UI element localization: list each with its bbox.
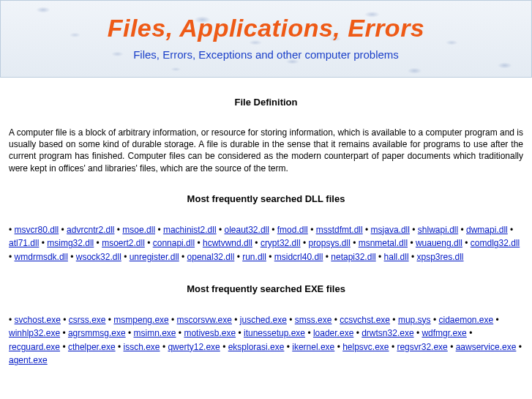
- site-header: Files, Applications, Errors Files, Error…: [0, 0, 532, 78]
- dll-file-link[interactable]: fmod.dll: [277, 225, 308, 235]
- separator: •: [195, 238, 203, 248]
- exe-file-link[interactable]: helpsvc.exe: [342, 342, 389, 352]
- exe-file-link[interactable]: eksplorasi.exe: [228, 342, 285, 352]
- separator: •: [353, 328, 361, 338]
- dll-file-link[interactable]: comdlg32.dll: [471, 238, 520, 248]
- exe-file-link[interactable]: loader.exe: [313, 328, 353, 338]
- separator: •: [114, 225, 122, 235]
- exe-file-link[interactable]: cidaemon.exe: [438, 315, 493, 325]
- exe-file-link[interactable]: recguard.exe: [9, 342, 60, 352]
- separator: •: [458, 225, 466, 235]
- dll-file-link[interactable]: advrcntr2.dll: [67, 225, 114, 235]
- dll-file-link[interactable]: msvcr80.dll: [15, 225, 59, 235]
- dll-file-link[interactable]: dwmapi.dll: [466, 225, 508, 235]
- separator: •: [126, 328, 134, 338]
- separator: •: [59, 225, 67, 235]
- dll-file-link[interactable]: connapi.dll: [153, 238, 195, 248]
- dll-file-link[interactable]: wmdrmsdk.dll: [15, 252, 68, 262]
- exe-file-link[interactable]: itunessetup.exe: [244, 328, 305, 338]
- dll-file-link[interactable]: msnmetal.dll: [359, 238, 408, 248]
- separator: •: [448, 342, 456, 352]
- exe-file-link[interactable]: agrsmmsg.exe: [68, 328, 126, 338]
- separator: •: [389, 342, 397, 352]
- separator: •: [363, 225, 371, 235]
- separator: •: [179, 252, 187, 262]
- exe-file-link[interactable]: issch.exe: [124, 342, 160, 352]
- exe-file-link[interactable]: aawservice.exe: [456, 342, 517, 352]
- exe-file-link[interactable]: motivesb.exe: [184, 328, 236, 338]
- exe-file-link[interactable]: cthelper.exe: [68, 342, 116, 352]
- exe-file-link[interactable]: msmpeng.exe: [113, 315, 168, 325]
- dll-file-link[interactable]: msidcrl40.dll: [274, 252, 323, 262]
- separator: •: [121, 252, 130, 262]
- separator: •: [252, 238, 261, 248]
- separator: •: [305, 328, 313, 338]
- separator: •: [431, 315, 439, 325]
- dll-file-link[interactable]: msjava.dll: [371, 225, 410, 235]
- dll-file-link[interactable]: wuaueng.dll: [416, 238, 462, 248]
- dll-file-link[interactable]: hall.dll: [384, 252, 409, 262]
- dll-file-link[interactable]: atl71.dll: [9, 238, 39, 248]
- separator: •: [217, 225, 225, 235]
- exe-file-link[interactable]: regsvr32.exe: [397, 342, 447, 352]
- separator: •: [116, 342, 124, 352]
- dll-file-link[interactable]: shlwapi.dll: [418, 225, 458, 235]
- dll-file-link[interactable]: hcwtvwnd.dll: [203, 238, 252, 248]
- exe-file-link[interactable]: csrss.exe: [69, 315, 106, 325]
- dll-file-link[interactable]: msimg32.dll: [47, 238, 94, 248]
- separator: •: [414, 328, 422, 338]
- separator: •: [508, 225, 514, 235]
- dll-file-link[interactable]: wsock32.dll: [76, 252, 121, 262]
- exe-file-link[interactable]: jusched.exe: [240, 315, 287, 325]
- separator: •: [234, 252, 242, 262]
- separator: •: [390, 315, 398, 325]
- exe-file-link[interactable]: mscorsvw.exe: [177, 315, 232, 325]
- dll-file-link[interactable]: msoert2.dll: [102, 238, 145, 248]
- separator: •: [68, 252, 76, 262]
- separator: •: [236, 328, 244, 338]
- dll-file-link[interactable]: unregister.dll: [130, 252, 179, 262]
- separator: •: [155, 225, 163, 235]
- exe-file-link[interactable]: wdfmgr.exe: [422, 328, 466, 338]
- dll-file-link[interactable]: propsys.dll: [308, 238, 350, 248]
- dll-file-link[interactable]: netapi32.dll: [331, 252, 375, 262]
- site-title: Files, Applications, Errors: [8, 14, 524, 42]
- exe-file-link[interactable]: msimn.exe: [134, 328, 176, 338]
- dll-file-link[interactable]: xpsp3res.dll: [417, 252, 464, 262]
- main-content: File Definition A computer file is a blo…: [0, 97, 532, 368]
- separator: •: [105, 315, 113, 325]
- dll-file-link[interactable]: run.dll: [242, 252, 266, 262]
- separator: •: [9, 252, 15, 262]
- dll-file-link[interactable]: openal32.dll: [187, 252, 235, 262]
- separator: •: [351, 238, 359, 248]
- separator: •: [176, 328, 184, 338]
- separator: •: [145, 238, 153, 248]
- dll-file-link[interactable]: oleaut32.dll: [225, 225, 269, 235]
- heading-dll-files: Most frequently searched DLL files: [9, 193, 523, 204]
- dll-file-link[interactable]: machinist2.dll: [163, 225, 217, 235]
- exe-file-link[interactable]: winhlp32.exe: [9, 328, 60, 338]
- exe-file-link[interactable]: ikernel.exe: [292, 342, 334, 352]
- separator: •: [323, 252, 331, 262]
- exe-file-link[interactable]: ccsvchst.exe: [340, 315, 390, 325]
- separator: •: [516, 342, 522, 352]
- dll-file-link[interactable]: msstdfmt.dll: [316, 225, 363, 235]
- separator: •: [284, 342, 292, 352]
- exe-file-link[interactable]: smss.exe: [295, 315, 332, 325]
- exe-file-link[interactable]: svchost.exe: [15, 315, 61, 325]
- separator: •: [169, 315, 177, 325]
- separator: •: [232, 315, 240, 325]
- separator: •: [60, 328, 68, 338]
- exe-file-link[interactable]: mup.sys: [398, 315, 431, 325]
- separator: •: [462, 238, 471, 248]
- dll-file-link[interactable]: msoe.dll: [122, 225, 155, 235]
- exe-file-link[interactable]: agent.exe: [9, 355, 48, 365]
- separator: •: [9, 225, 15, 235]
- exe-file-link[interactable]: qwerty12.exe: [168, 342, 220, 352]
- dll-file-link[interactable]: crypt32.dll: [261, 238, 301, 248]
- separator: •: [266, 252, 274, 262]
- separator: •: [39, 238, 47, 248]
- separator: •: [94, 238, 102, 248]
- separator: •: [409, 252, 417, 262]
- exe-file-link[interactable]: drwtsn32.exe: [361, 328, 413, 338]
